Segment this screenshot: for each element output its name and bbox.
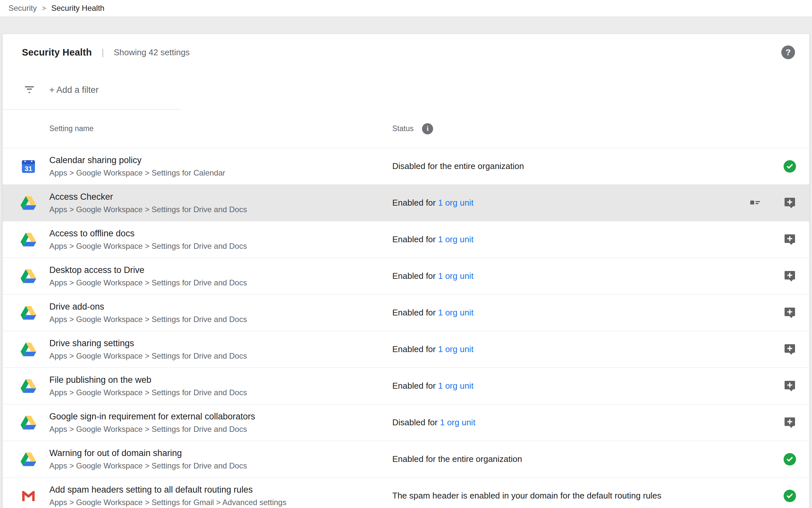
setting-status: Enabled for 1 org unit [392, 381, 783, 391]
drive-app-icon [20, 415, 36, 430]
assign-flag-icon[interactable] [783, 270, 796, 283]
setting-path: Apps > Google Workspace > Settings for D… [49, 461, 392, 470]
table-row[interactable]: Desktop access to Drive Apps > Google Wo… [3, 258, 809, 294]
card-header: Security Health | Showing 42 settings ? [3, 34, 809, 71]
status-text: Disabled for [392, 417, 438, 427]
breadcrumb-separator-icon: > [42, 4, 46, 12]
setting-status: The spam header is enabled in your domai… [392, 491, 783, 501]
setting-title[interactable]: Add spam headers setting to all default … [49, 485, 392, 495]
table-row[interactable]: Google sign-in requirement for external … [3, 404, 809, 441]
column-setting-name: Setting name [49, 124, 392, 133]
drive-app-icon [20, 452, 36, 467]
status-text: Enabled for [392, 235, 436, 244]
status-pass-check-icon [783, 490, 796, 502]
drive-app-icon [20, 305, 36, 321]
row-actions [783, 306, 796, 320]
setting-status: Enabled for the entire organization [392, 454, 783, 464]
org-unit-link[interactable]: 1 org unit [438, 271, 473, 281]
status-pass-check-icon [783, 453, 796, 466]
setting-path: Apps > Google Workspace > Settings for D… [49, 278, 392, 287]
breadcrumb-security-link[interactable]: Security [8, 4, 37, 13]
help-icon[interactable]: ? [781, 45, 795, 59]
table-row[interactable]: Warning for out of domain sharing Apps >… [3, 441, 809, 477]
setting-path: Apps > Google Workspace > Settings for G… [49, 498, 392, 507]
assign-flag-icon[interactable] [783, 306, 796, 320]
status-text: Enabled for the entire organization [392, 454, 522, 464]
setting-info: Calendar sharing policy Apps > Google Wo… [49, 155, 392, 177]
table-row[interactable]: 31 Calendar sharing policy Apps > Google… [3, 148, 809, 184]
org-unit-link[interactable]: 1 org unit [438, 235, 473, 244]
add-filter-button[interactable]: + Add a filter [49, 85, 99, 95]
setting-status: Enabled for 1 org unit [392, 344, 783, 354]
setting-title[interactable]: Access to offline docs [49, 228, 392, 239]
assign-flag-icon[interactable] [783, 380, 796, 393]
setting-status: Disabled for 1 org unit [392, 417, 783, 428]
setting-title[interactable]: Drive add-ons [49, 302, 392, 312]
setting-title[interactable]: File publishing on the web [49, 375, 392, 385]
table-row[interactable]: File publishing on the web Apps > Google… [3, 368, 809, 404]
setting-status: Enabled for 1 org unit [392, 271, 783, 281]
org-unit-link[interactable]: 1 org unit [438, 308, 473, 318]
page-title: Security Health [22, 47, 92, 58]
table-row[interactable]: Drive add-ons Apps > Google Workspace > … [3, 294, 809, 331]
setting-path: Apps > Google Workspace > Settings for D… [49, 205, 392, 214]
settings-list: 31 Calendar sharing policy Apps > Google… [3, 148, 809, 508]
assign-flag-icon[interactable] [783, 197, 796, 210]
setting-status: Enabled for 1 org unit [392, 235, 783, 245]
drive-app-icon [20, 378, 36, 394]
filter-bar: + Add a filter [3, 71, 809, 109]
details-icon[interactable] [749, 197, 761, 209]
setting-status: Enabled for 1 org unit [392, 198, 749, 208]
settings-count: Showing 42 settings [114, 47, 190, 57]
setting-title[interactable]: Calendar sharing policy [49, 155, 392, 165]
setting-title[interactable]: Warning for out of domain sharing [49, 448, 392, 458]
status-text: Enabled for [392, 271, 436, 281]
setting-title[interactable]: Google sign-in requirement for external … [49, 412, 392, 422]
setting-info: File publishing on the web Apps > Google… [49, 375, 392, 397]
column-status: Status [392, 124, 414, 133]
status-info-icon[interactable]: i [422, 123, 433, 134]
filter-icon[interactable] [23, 83, 35, 96]
setting-title[interactable]: Drive sharing settings [49, 338, 392, 348]
status-text: Enabled for [392, 344, 436, 354]
row-actions [783, 490, 796, 502]
org-unit-link[interactable]: 1 org unit [438, 381, 473, 391]
org-unit-link[interactable]: 1 org unit [438, 198, 473, 208]
status-text: The spam header is enabled in your domai… [392, 491, 661, 501]
row-actions [783, 380, 796, 393]
calendar-app-icon: 31 [20, 159, 36, 174]
org-unit-link[interactable]: 1 org unit [438, 344, 473, 354]
setting-title[interactable]: Access Checker [49, 192, 392, 202]
drive-app-icon [20, 232, 36, 248]
row-actions [783, 233, 796, 246]
table-row[interactable]: Drive sharing settings Apps > Google Wor… [3, 331, 809, 368]
setting-info: Drive sharing settings Apps > Google Wor… [49, 338, 392, 361]
row-actions [749, 197, 796, 210]
drive-app-icon [20, 342, 36, 357]
setting-title[interactable]: Desktop access to Drive [49, 265, 392, 275]
setting-path: Apps > Google Workspace > Settings for D… [49, 388, 392, 397]
row-actions [783, 453, 796, 466]
row-actions [783, 343, 796, 356]
assign-flag-icon[interactable] [783, 416, 796, 429]
assign-flag-icon[interactable] [783, 233, 796, 246]
table-row[interactable]: Access to offline docs Apps > Google Wor… [3, 221, 809, 258]
setting-status: Enabled for 1 org unit [392, 308, 783, 318]
breadcrumb-current: Security Health [51, 4, 104, 13]
setting-info: Warning for out of domain sharing Apps >… [49, 448, 392, 470]
svg-text:31: 31 [25, 165, 32, 172]
gmail-app-icon [20, 488, 36, 504]
status-pass-check-icon [783, 160, 796, 173]
setting-info: Add spam headers setting to all default … [49, 485, 392, 507]
setting-status: Disabled for the entire organization [392, 161, 783, 171]
row-actions [783, 160, 796, 173]
assign-flag-icon[interactable] [783, 343, 796, 356]
status-text: Enabled for [392, 381, 436, 391]
drive-app-icon [20, 195, 36, 211]
org-unit-link[interactable]: 1 org unit [440, 417, 475, 427]
table-row[interactable]: Access Checker Apps > Google Workspace >… [3, 184, 809, 221]
row-actions [783, 270, 796, 283]
breadcrumb: Security > Security Health [0, 0, 812, 16]
table-row[interactable]: Add spam headers setting to all default … [3, 477, 809, 508]
drive-app-icon [20, 268, 36, 284]
